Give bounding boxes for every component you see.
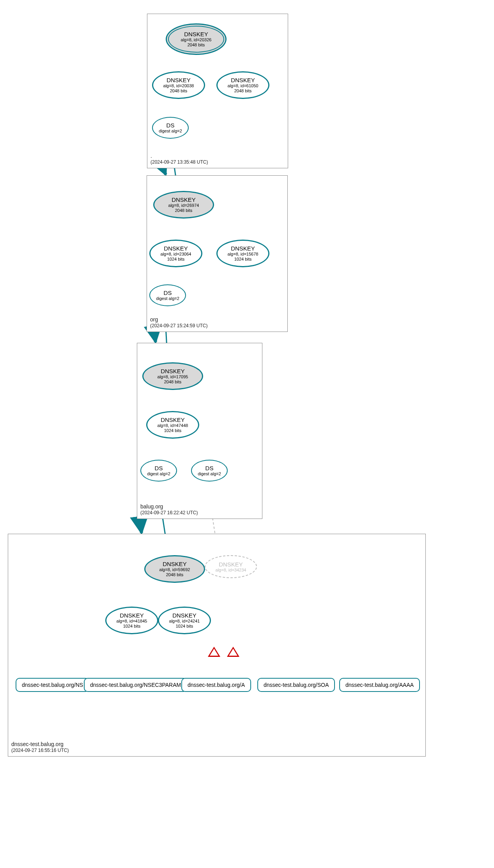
dnskey-leaf-ksk[interactable]: DNSKEY alg=8, id=59692 2048 bits xyxy=(144,555,205,583)
rrset-a[interactable]: dnssec-test.balug.org/A xyxy=(181,678,251,692)
dnskey-org-ksk[interactable]: DNSKEY alg=8, id=26974 2048 bits xyxy=(153,191,214,219)
dnskey-balug-zsk[interactable]: DNSKEY alg=8, id=47448 1024 bits xyxy=(146,411,199,439)
ds-org[interactable]: DS digest alg=2 xyxy=(149,284,186,306)
rrset-aaaa[interactable]: dnssec-test.balug.org/AAAA xyxy=(339,678,420,692)
rrset-soa[interactable]: dnssec-test.balug.org/SOA xyxy=(257,678,335,692)
dnskey-root-ksk[interactable]: DNSKEY alg=8, id=20326 2048 bits xyxy=(166,23,227,55)
warning-icon[interactable] xyxy=(208,647,220,657)
dnskey-leaf-zsk2[interactable]: DNSKEY alg=8, id=24241 1024 bits xyxy=(158,607,211,634)
dnskey-leaf-zsk1[interactable]: DNSKEY alg=8, id=41845 1024 bits xyxy=(105,607,158,634)
rrset-nsec3param[interactable]: dnssec-test.balug.org/NSEC3PARAM xyxy=(84,678,187,692)
dnskey-root-zsk2[interactable]: DNSKEY alg=8, id=61050 2048 bits xyxy=(216,71,269,99)
dnskey-org-zsk1[interactable]: DNSKEY alg=8, id=23064 1024 bits xyxy=(149,240,202,267)
zone-root-label: . (2024-09-27 13:35:48 UTC) xyxy=(151,152,208,166)
rrset-ns[interactable]: dnssec-test.balug.org/NS xyxy=(16,678,89,692)
ds-balug-1[interactable]: DS digest alg=2 xyxy=(140,460,177,482)
zone-leaf-label: dnssec-test.balug.org (2024-09-27 16:55:… xyxy=(11,741,69,754)
dnskey-leaf-missing[interactable]: DNSKEY alg=8, id=34234 xyxy=(205,555,257,578)
warning-icon[interactable] xyxy=(227,647,239,657)
dnskey-root-zsk1[interactable]: DNSKEY alg=8, id=20038 2048 bits xyxy=(152,71,205,99)
ds-root[interactable]: DS digest alg=2 xyxy=(152,117,189,139)
dnskey-balug-ksk[interactable]: DNSKEY alg=8, id=17095 2048 bits xyxy=(142,362,203,390)
zone-balug-label: balug.org (2024-09-27 16:22:42 UTC) xyxy=(140,503,198,516)
zone-org-label: org (2024-09-27 15:24:59 UTC) xyxy=(150,316,207,329)
ds-balug-2[interactable]: DS digest alg=2 xyxy=(191,460,228,482)
dnskey-org-zsk2[interactable]: DNSKEY alg=8, id=15678 1024 bits xyxy=(216,240,269,267)
